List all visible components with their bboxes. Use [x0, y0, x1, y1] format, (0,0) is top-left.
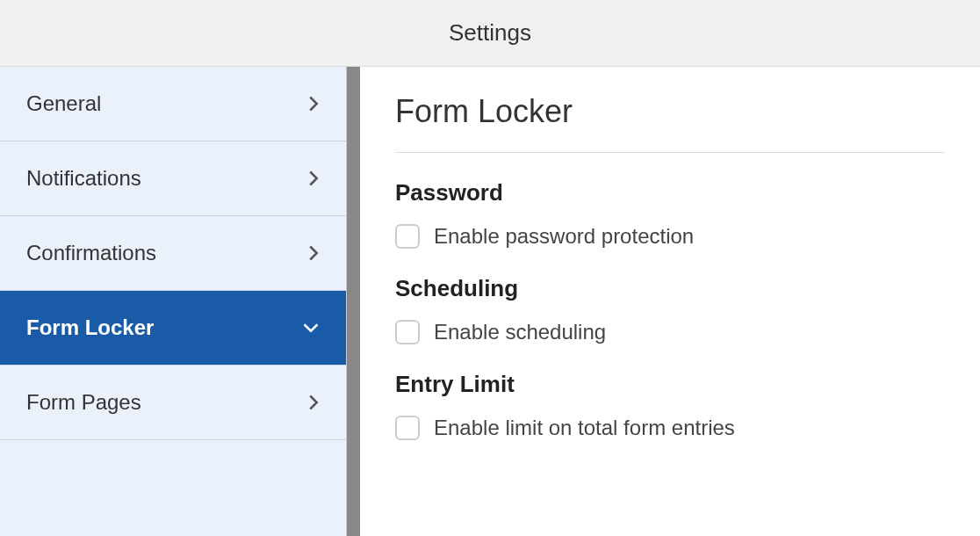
- sidebar-divider: [347, 67, 360, 536]
- main-container: General Notifications Confirmations Form…: [0, 67, 980, 536]
- checkbox-label: Enable password protection: [434, 224, 694, 249]
- sidebar-item-confirmations[interactable]: Confirmations: [0, 216, 346, 291]
- checkbox-enable-password[interactable]: [395, 224, 420, 249]
- checkbox-enable-entry-limit[interactable]: [395, 416, 420, 440]
- content-panel: Form Locker Password Enable password pro…: [360, 67, 980, 536]
- sidebar-item-label: Confirmations: [26, 241, 156, 265]
- settings-sidebar: General Notifications Confirmations Form…: [0, 67, 347, 536]
- chevron-right-icon: [307, 244, 320, 262]
- checkbox-label: Enable limit on total form entries: [434, 416, 735, 440]
- header-title: Settings: [449, 19, 531, 46]
- chevron-right-icon: [307, 170, 320, 187]
- sidebar-item-notifications[interactable]: Notifications: [0, 141, 346, 216]
- checkbox-row-password: Enable password protection: [395, 224, 945, 249]
- sidebar-item-general[interactable]: General: [0, 67, 346, 141]
- sidebar-item-label: Notifications: [26, 166, 141, 191]
- chevron-down-icon: [302, 322, 320, 334]
- sidebar-item-label: Form Pages: [26, 390, 141, 415]
- sidebar-item-form-locker[interactable]: Form Locker: [0, 291, 346, 366]
- section-heading-password: Password: [395, 179, 945, 206]
- sidebar-item-form-pages[interactable]: Form Pages: [0, 366, 346, 440]
- sidebar-item-label: Form Locker: [26, 315, 154, 340]
- section-heading-entry-limit: Entry Limit: [395, 371, 945, 398]
- settings-header: Settings: [0, 0, 980, 67]
- checkbox-label: Enable scheduling: [434, 320, 606, 344]
- checkbox-row-entry-limit: Enable limit on total form entries: [395, 416, 945, 440]
- page-title: Form Locker: [395, 93, 945, 153]
- sidebar-item-label: General: [26, 91, 101, 116]
- checkbox-row-scheduling: Enable scheduling: [395, 320, 945, 344]
- chevron-right-icon: [307, 394, 320, 411]
- chevron-right-icon: [307, 95, 320, 112]
- section-heading-scheduling: Scheduling: [395, 275, 945, 302]
- checkbox-enable-scheduling[interactable]: [395, 320, 420, 344]
